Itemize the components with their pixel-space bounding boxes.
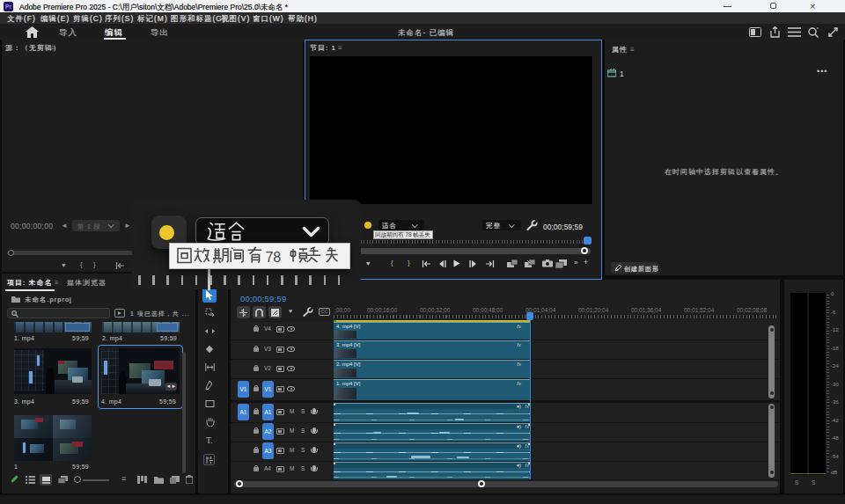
svg-text:78: 78 bbox=[265, 250, 281, 265]
